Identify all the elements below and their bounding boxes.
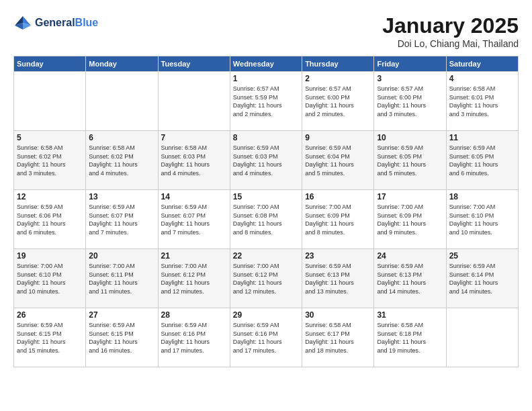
day-number: 18 xyxy=(449,192,515,201)
day-number: 9 xyxy=(305,133,371,142)
weekday-header-tuesday: Tuesday xyxy=(158,56,230,72)
day-info: Sunrise: 6:59 AM Sunset: 6:13 PM Dayligh… xyxy=(377,262,443,295)
day-info: Sunrise: 6:58 AM Sunset: 6:02 PM Dayligh… xyxy=(89,144,154,177)
day-number: 11 xyxy=(449,133,515,142)
day-number: 31 xyxy=(377,310,443,320)
day-info: Sunrise: 7:00 AM Sunset: 6:10 PM Dayligh… xyxy=(17,262,83,295)
calendar-cell: 29Sunrise: 6:59 AM Sunset: 6:16 PM Dayli… xyxy=(230,308,302,367)
day-number: 14 xyxy=(161,192,227,201)
day-info: Sunrise: 7:00 AM Sunset: 6:12 PM Dayligh… xyxy=(161,262,227,295)
day-number: 23 xyxy=(305,251,371,261)
calendar-cell: 31Sunrise: 6:58 AM Sunset: 6:18 PM Dayli… xyxy=(374,308,446,367)
day-number: 26 xyxy=(17,310,83,320)
day-info: Sunrise: 6:59 AM Sunset: 6:07 PM Dayligh… xyxy=(89,203,154,236)
calendar-cell: 11Sunrise: 6:59 AM Sunset: 6:05 PM Dayli… xyxy=(446,131,518,190)
calendar-cell: 20Sunrise: 7:00 AM Sunset: 6:11 PM Dayli… xyxy=(86,249,158,308)
calendar-cell: 30Sunrise: 6:58 AM Sunset: 6:17 PM Dayli… xyxy=(302,308,374,367)
calendar-cell: 21Sunrise: 7:00 AM Sunset: 6:12 PM Dayli… xyxy=(158,249,230,308)
calendar-cell: 7Sunrise: 6:58 AM Sunset: 6:03 PM Daylig… xyxy=(158,131,230,190)
day-info: Sunrise: 6:58 AM Sunset: 6:02 PM Dayligh… xyxy=(17,144,83,177)
calendar-cell: 22Sunrise: 7:00 AM Sunset: 6:12 PM Dayli… xyxy=(230,249,302,308)
day-number: 12 xyxy=(17,192,83,201)
day-number: 13 xyxy=(89,192,154,201)
calendar-cell: 24Sunrise: 6:59 AM Sunset: 6:13 PM Dayli… xyxy=(374,249,446,308)
month-title: January 2025 xyxy=(382,13,519,38)
logo-text: GeneralBlue xyxy=(35,16,98,29)
day-number: 2 xyxy=(305,74,371,83)
week-row-4: 26Sunrise: 6:59 AM Sunset: 6:15 PM Dayli… xyxy=(14,308,519,367)
day-info: Sunrise: 6:59 AM Sunset: 6:05 PM Dayligh… xyxy=(449,144,515,177)
calendar-cell: 3Sunrise: 6:57 AM Sunset: 6:00 PM Daylig… xyxy=(374,72,446,131)
day-info: Sunrise: 6:57 AM Sunset: 5:59 PM Dayligh… xyxy=(233,85,299,118)
day-info: Sunrise: 6:59 AM Sunset: 6:15 PM Dayligh… xyxy=(17,321,83,355)
day-number: 4 xyxy=(449,74,515,83)
calendar-cell: 14Sunrise: 6:59 AM Sunset: 6:07 PM Dayli… xyxy=(158,190,230,249)
day-info: Sunrise: 7:00 AM Sunset: 6:09 PM Dayligh… xyxy=(377,203,443,236)
calendar-cell: 12Sunrise: 6:59 AM Sunset: 6:06 PM Dayli… xyxy=(14,190,86,249)
weekday-header-wednesday: Wednesday xyxy=(230,56,302,72)
day-info: Sunrise: 6:59 AM Sunset: 6:06 PM Dayligh… xyxy=(17,203,83,236)
day-info: Sunrise: 6:58 AM Sunset: 6:18 PM Dayligh… xyxy=(377,321,443,355)
day-info: Sunrise: 6:59 AM Sunset: 6:07 PM Dayligh… xyxy=(161,203,227,236)
title-block: January 2025 Doi Lo, Chiang Mai, Thailan… xyxy=(382,13,519,49)
day-number: 10 xyxy=(377,133,443,142)
day-number: 25 xyxy=(449,251,515,261)
calendar-cell: 26Sunrise: 6:59 AM Sunset: 6:15 PM Dayli… xyxy=(14,308,86,367)
calendar-cell xyxy=(86,72,158,131)
day-number: 24 xyxy=(377,251,443,261)
day-info: Sunrise: 7:00 AM Sunset: 6:08 PM Dayligh… xyxy=(233,203,299,236)
calendar-cell: 10Sunrise: 6:59 AM Sunset: 6:05 PM Dayli… xyxy=(374,131,446,190)
logo-line1: General xyxy=(35,17,75,28)
logo-icon xyxy=(13,13,32,32)
calendar-cell: 1Sunrise: 6:57 AM Sunset: 5:59 PM Daylig… xyxy=(230,72,302,131)
day-info: Sunrise: 7:00 AM Sunset: 6:12 PM Dayligh… xyxy=(233,262,299,295)
calendar-cell: 27Sunrise: 6:59 AM Sunset: 6:15 PM Dayli… xyxy=(86,308,158,367)
calendar-cell: 13Sunrise: 6:59 AM Sunset: 6:07 PM Dayli… xyxy=(86,190,158,249)
day-number: 29 xyxy=(233,310,299,320)
day-number: 22 xyxy=(233,251,299,261)
logo: GeneralBlue xyxy=(13,13,98,32)
calendar-cell: 25Sunrise: 6:59 AM Sunset: 6:14 PM Dayli… xyxy=(446,249,518,308)
weekday-header-monday: Monday xyxy=(86,56,158,72)
day-number: 1 xyxy=(233,74,299,83)
calendar-cell: 16Sunrise: 7:00 AM Sunset: 6:09 PM Dayli… xyxy=(302,190,374,249)
weekday-header-row: SundayMondayTuesdayWednesdayThursdayFrid… xyxy=(14,56,519,72)
calendar-cell: 8Sunrise: 6:59 AM Sunset: 6:03 PM Daylig… xyxy=(230,131,302,190)
day-number: 21 xyxy=(161,251,227,261)
day-info: Sunrise: 7:00 AM Sunset: 6:09 PM Dayligh… xyxy=(305,203,371,236)
calendar-cell xyxy=(158,72,230,131)
weekday-header-thursday: Thursday xyxy=(302,56,374,72)
calendar-cell: 28Sunrise: 6:59 AM Sunset: 6:16 PM Dayli… xyxy=(158,308,230,367)
calendar-cell: 6Sunrise: 6:58 AM Sunset: 6:02 PM Daylig… xyxy=(86,131,158,190)
day-info: Sunrise: 6:58 AM Sunset: 6:01 PM Dayligh… xyxy=(449,85,515,118)
calendar-cell: 4Sunrise: 6:58 AM Sunset: 6:01 PM Daylig… xyxy=(446,72,518,131)
day-number: 28 xyxy=(161,310,227,320)
day-info: Sunrise: 6:58 AM Sunset: 6:03 PM Dayligh… xyxy=(161,144,227,177)
day-number: 6 xyxy=(89,133,154,142)
day-info: Sunrise: 6:59 AM Sunset: 6:14 PM Dayligh… xyxy=(449,262,515,295)
calendar-cell: 2Sunrise: 6:57 AM Sunset: 6:00 PM Daylig… xyxy=(302,72,374,131)
day-number: 27 xyxy=(89,310,154,320)
day-info: Sunrise: 6:59 AM Sunset: 6:16 PM Dayligh… xyxy=(233,321,299,355)
page: GeneralBlue January 2025 Doi Lo, Chiang … xyxy=(0,0,532,411)
calendar-cell: 17Sunrise: 7:00 AM Sunset: 6:09 PM Dayli… xyxy=(374,190,446,249)
day-number: 19 xyxy=(17,251,83,261)
day-number: 7 xyxy=(161,133,227,142)
day-info: Sunrise: 6:59 AM Sunset: 6:15 PM Dayligh… xyxy=(89,321,154,355)
day-number: 30 xyxy=(305,310,371,320)
calendar-cell: 19Sunrise: 7:00 AM Sunset: 6:10 PM Dayli… xyxy=(14,249,86,308)
weekday-header-saturday: Saturday xyxy=(446,56,518,72)
week-row-1: 5Sunrise: 6:58 AM Sunset: 6:02 PM Daylig… xyxy=(14,131,519,190)
day-number: 5 xyxy=(17,133,83,142)
calendar-cell xyxy=(446,308,518,367)
calendar-cell: 23Sunrise: 6:59 AM Sunset: 6:13 PM Dayli… xyxy=(302,249,374,308)
weekday-header-friday: Friday xyxy=(374,56,446,72)
day-info: Sunrise: 6:59 AM Sunset: 6:03 PM Dayligh… xyxy=(233,144,299,177)
week-row-3: 19Sunrise: 7:00 AM Sunset: 6:10 PM Dayli… xyxy=(14,249,519,308)
calendar: SundayMondayTuesdayWednesdayThursdayFrid… xyxy=(13,56,519,367)
day-number: 16 xyxy=(305,192,371,201)
day-info: Sunrise: 6:59 AM Sunset: 6:13 PM Dayligh… xyxy=(305,262,371,295)
week-row-0: 1Sunrise: 6:57 AM Sunset: 5:59 PM Daylig… xyxy=(14,72,519,131)
day-number: 3 xyxy=(377,74,443,83)
calendar-cell: 15Sunrise: 7:00 AM Sunset: 6:08 PM Dayli… xyxy=(230,190,302,249)
